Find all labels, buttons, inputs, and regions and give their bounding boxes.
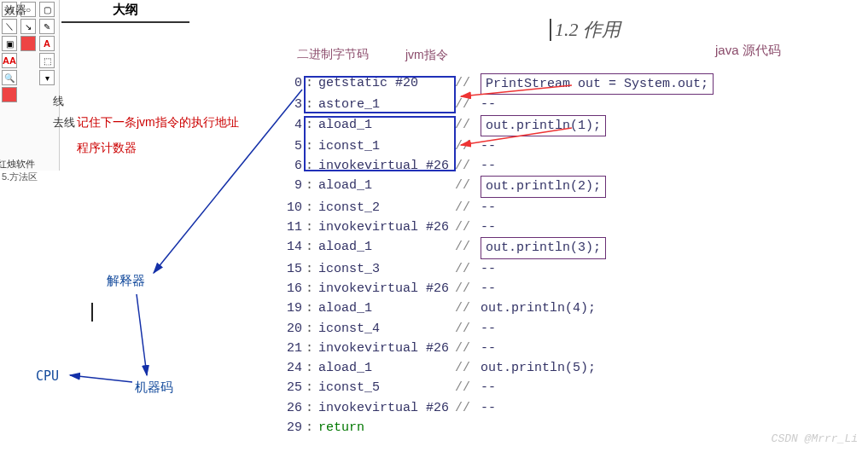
line-number: 19 <box>265 298 306 318</box>
source-comment: out.println(4); <box>481 298 596 318</box>
source-comment: -- <box>481 378 496 397</box>
code-listing: 0:getstatic #20// PrintStream out = Syst… <box>265 73 714 438</box>
line-number: 5 <box>265 136 306 156</box>
code-row: 24:aload_1// out.println(5); <box>265 358 714 378</box>
source-comment: out.println(5); <box>481 358 596 378</box>
label-machine-code: 机器码 <box>135 380 173 396</box>
sidebar-text-soft: 红烛软件 <box>0 158 35 171</box>
sidebar-text-line: 线 <box>53 94 64 109</box>
line-number: 4 <box>265 115 306 136</box>
label-cpu: CPU <box>36 368 59 384</box>
label-interpreter: 解释器 <box>107 273 145 289</box>
section-title: 1.2 作用 <box>555 17 620 43</box>
source-comment: -- <box>481 95 496 114</box>
instruction: invokevirtual #26 <box>318 279 455 298</box>
source-comment: out.println(3); <box>481 237 606 258</box>
instruction: invokevirtual #26 <box>318 156 455 176</box>
instruction: iconst_1 <box>318 136 455 156</box>
outline-title: 大纲 <box>61 0 189 23</box>
source-comment: -- <box>481 217 496 237</box>
arrow-interp-to-machine <box>137 294 147 375</box>
watermark: CSDN @Mrrr_Li <box>772 432 858 445</box>
code-row: 0:getstatic #20// PrintStream out = Syst… <box>265 73 714 95</box>
code-row: 9:aload_1// out.println(2); <box>265 176 714 197</box>
tool-rect-icon[interactable]: ▢ <box>39 2 55 17</box>
header-java: java 源代码 <box>715 43 781 59</box>
line-number: 25 <box>265 378 306 397</box>
line-number: 20 <box>265 319 306 339</box>
code-row: 19:aload_1// out.println(4); <box>265 298 714 318</box>
instruction: iconst_3 <box>318 259 455 279</box>
instruction: aload_1 <box>318 176 455 197</box>
note-pc-desc: 记住下一条jvm指令的执行地址 <box>77 115 239 130</box>
tool-crop-icon[interactable]: ⬚ <box>39 53 55 68</box>
instruction: aload_1 <box>318 298 455 318</box>
arrow-machine-to-cpu <box>70 375 132 382</box>
instruction: aload_1 <box>318 237 455 258</box>
tool-palette: ▭ ○ ▢ ＼ ↘ ✎ ▣ 效器 A AA ⬚ 🔍 ▾ <box>0 0 60 171</box>
code-row: 26:invokevirtual #26// -- <box>265 398 714 418</box>
instruction: iconst_5 <box>318 378 455 397</box>
source-comment: -- <box>481 398 496 418</box>
source-comment: PrintStream out = System.out; <box>481 73 714 95</box>
line-number: 15 <box>265 259 306 279</box>
line-number: 26 <box>265 398 306 418</box>
header-bytecode: 二进制字节码 <box>297 47 369 62</box>
sidebar-text-method: 5.方法区 <box>2 171 38 183</box>
source-comment: -- <box>481 156 496 176</box>
tool-fill-icon[interactable]: ▣ <box>2 36 17 51</box>
note-pc-name: 程序计数器 <box>77 141 137 156</box>
instruction: aload_1 <box>318 115 455 136</box>
instruction: aload_1 <box>318 358 455 378</box>
code-row: 4:aload_1// out.println(1); <box>265 115 714 136</box>
instruction: getstatic #20 <box>318 73 455 95</box>
tool-pencil-icon[interactable]: ✎ <box>39 19 55 34</box>
text-cursor-icon <box>91 303 93 322</box>
source-comment: -- <box>481 339 496 358</box>
tool-text-a-icon[interactable]: A <box>39 36 55 51</box>
source-comment: -- <box>481 319 496 339</box>
code-row: 20:iconst_4// -- <box>265 319 714 339</box>
instruction: iconst_2 <box>318 198 455 217</box>
code-row: 6:invokevirtual #26// -- <box>265 156 714 176</box>
tool-text-aa-icon[interactable]: AA <box>2 53 17 68</box>
instruction: invokevirtual #26 <box>318 398 455 418</box>
code-row: 10:iconst_2// -- <box>265 198 714 217</box>
sidebar-text-t1: 去线 <box>53 115 75 130</box>
instruction: astore_1 <box>318 95 455 114</box>
source-comment: -- <box>481 259 496 279</box>
source-comment: out.println(1); <box>481 115 606 136</box>
code-row: 3:astore_1// -- <box>265 95 714 114</box>
tool-line-icon[interactable]: ＼ <box>2 19 17 34</box>
line-number: 29 <box>265 418 306 438</box>
outline-panel: 大纲 <box>61 0 189 23</box>
line-number: 14 <box>265 237 306 258</box>
line-number: 6 <box>265 156 306 176</box>
toolbar-label-1: 效器 <box>2 2 29 19</box>
tool-swatch-icon[interactable]: ▾ <box>39 70 55 85</box>
line-number: 16 <box>265 279 306 298</box>
instruction: invokevirtual #26 <box>318 339 455 358</box>
instruction: iconst_4 <box>318 319 455 339</box>
code-row: 11:invokevirtual #26// -- <box>265 217 714 237</box>
source-comment: -- <box>481 136 496 156</box>
source-comment: out.println(2); <box>481 176 606 197</box>
code-row: 29:return <box>265 418 714 438</box>
tool-color2-icon[interactable] <box>2 87 17 102</box>
tool-color-icon[interactable] <box>20 36 36 51</box>
source-comment: -- <box>481 279 496 298</box>
code-row: 16:invokevirtual #26// -- <box>265 279 714 298</box>
line-number: 3 <box>265 95 306 114</box>
code-row: 25:iconst_5// -- <box>265 378 714 397</box>
tool-magnify-icon[interactable]: 🔍 <box>2 70 17 85</box>
source-comment: -- <box>481 198 496 217</box>
header-jvm: jvm指令 <box>405 48 448 63</box>
line-number: 11 <box>265 217 306 237</box>
line-number: 0 <box>265 73 306 95</box>
line-number: 21 <box>265 339 306 358</box>
code-row: 5:iconst_1// -- <box>265 136 714 156</box>
code-row: 21:invokevirtual #26// -- <box>265 339 714 358</box>
tool-arrow-icon[interactable]: ↘ <box>20 19 36 34</box>
line-number: 10 <box>265 198 306 217</box>
instruction: return <box>318 418 455 438</box>
